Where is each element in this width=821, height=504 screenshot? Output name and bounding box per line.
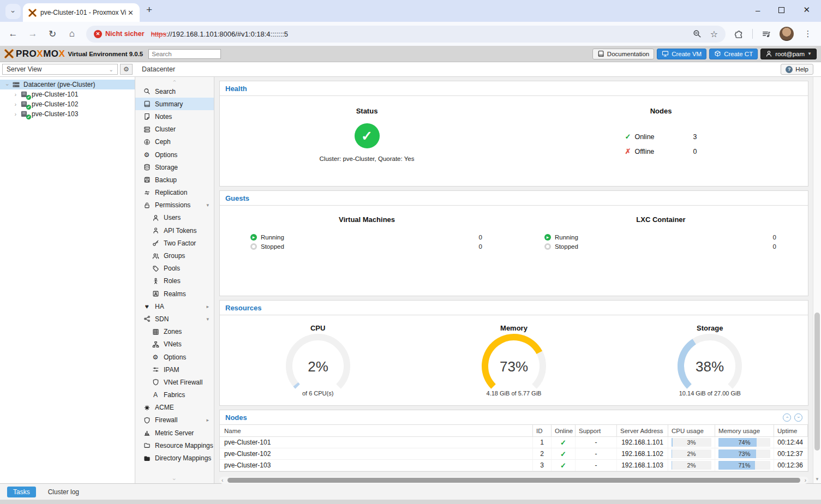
scroll-down-icon[interactable]: ▼ <box>813 477 821 482</box>
caret-collapsed-icon[interactable]: › <box>12 111 19 117</box>
nav-item-replication[interactable]: Replication <box>135 187 214 199</box>
window-maximize-button[interactable] <box>778 7 784 13</box>
tab-close-icon[interactable]: ✕ <box>126 9 135 17</box>
caret-collapsed-icon[interactable]: › <box>12 101 19 107</box>
column-header-online[interactable]: Online <box>552 425 576 436</box>
tree-item-pve-cluster-102[interactable]: ›✓pve-Cluster-102 <box>0 99 135 109</box>
vertical-scrollbar[interactable]: ▼ <box>813 77 821 483</box>
horizontal-scrollbar-thumb[interactable] <box>227 478 800 483</box>
nav-item-directory-mappings[interactable]: Directory Mappings <box>135 452 214 464</box>
nav-item-search[interactable]: Search <box>135 85 214 98</box>
nav-item-cluster[interactable]: Cluster <box>135 123 214 136</box>
nav-item-realms[interactable]: Realms <box>135 287 214 300</box>
tree-item-datacenter-pve-cluster-[interactable]: ›Datacenter (pve-Cluster) <box>0 80 135 89</box>
svg-text:38%: 38% <box>696 358 724 375</box>
nav-item-fabrics[interactable]: AFabrics <box>135 389 214 401</box>
nav-item-groups[interactable]: Groups <box>135 249 214 262</box>
media-queue-icon[interactable] <box>762 29 771 39</box>
horizontal-scrollbar[interactable]: ‹ › <box>219 477 808 484</box>
user-menu-button[interactable]: root@pam ▼ <box>760 49 817 59</box>
profile-avatar[interactable] <box>780 27 794 41</box>
scroll-right-icon[interactable]: › <box>805 477 806 484</box>
group-expanded-icon[interactable]: ▾ <box>206 316 209 322</box>
collapse-up-icon[interactable]: › <box>783 413 791 422</box>
gear-icon: ⚙ <box>151 353 160 361</box>
address-bar[interactable]: ✕ Nicht sicher https://192.168.1.101:800… <box>86 26 726 43</box>
nav-item-vnets[interactable]: VNets <box>135 338 214 351</box>
group-collapsed-icon[interactable]: ▸ <box>206 417 209 423</box>
expand-down-icon[interactable]: › <box>794 413 802 422</box>
node-uptime-cell: 00:12:36 <box>774 460 808 471</box>
gauge-arc: 2% <box>277 333 359 390</box>
tree-item-pve-cluster-101[interactable]: ›✓pve-Cluster-101 <box>0 89 135 99</box>
nav-item-api-tokens[interactable]: API Tokens <box>135 224 214 237</box>
node-row-pve-cluster-103[interactable]: pve-Cluster-1033✓-192.168.1.1032%71%00:1… <box>220 460 808 471</box>
chevron-down-icon: ▼ <box>807 51 812 56</box>
nav-scroll-down-icon[interactable]: › <box>135 476 214 483</box>
nav-item-vnet-firewall[interactable]: VNet Firewall <box>135 376 214 388</box>
column-header-server-address[interactable]: Server Address <box>617 425 668 436</box>
nav-item-sdn[interactable]: SDN▾ <box>135 313 214 325</box>
documentation-button[interactable]: Documentation <box>592 49 654 59</box>
nav-item-notes[interactable]: Notes <box>135 110 214 123</box>
pve-search-input[interactable] <box>148 49 221 59</box>
nav-item-permissions[interactable]: Permissions▾ <box>135 199 214 212</box>
nav-item-roles[interactable]: Roles <box>135 275 214 287</box>
nav-item-pools[interactable]: Pools <box>135 262 214 275</box>
forward-button[interactable]: → <box>27 28 38 39</box>
column-header-cpu-usage[interactable]: CPU usage <box>668 425 715 436</box>
nav-item-storage[interactable]: Storage <box>135 161 214 173</box>
caret-expanded-icon[interactable]: › <box>4 82 11 88</box>
nav-item-users[interactable]: Users <box>135 212 214 224</box>
zoom-out-icon[interactable] <box>693 29 702 38</box>
home-button[interactable]: ⌂ <box>67 28 77 39</box>
nav-item-options[interactable]: ⚙Options <box>135 148 214 161</box>
column-header-id[interactable]: ID <box>533 425 552 436</box>
nav-scroll-up-icon[interactable]: › <box>135 78 214 85</box>
nav-item-resource-mappings[interactable]: Resource Mappings <box>135 439 214 452</box>
group-collapsed-icon[interactable]: ▸ <box>206 304 209 309</box>
nav-item-ipam[interactable]: IPAM <box>135 363 214 376</box>
create-vm-button[interactable]: Create VM <box>657 49 706 59</box>
browser-menu-icon[interactable]: ⋮ <box>802 29 813 39</box>
nav-item-two-factor[interactable]: Two Factor <box>135 237 214 249</box>
back-button[interactable]: ← <box>8 28 19 39</box>
create-ct-button[interactable]: Create CT <box>709 49 758 59</box>
node-row-pve-cluster-101[interactable]: pve-Cluster-1011✓-192.168.1.1013%74%00:1… <box>220 437 808 448</box>
nav-item-backup[interactable]: Backup <box>135 173 214 186</box>
reload-button[interactable]: ↻ <box>47 28 58 40</box>
new-tab-button[interactable]: + <box>146 4 152 16</box>
guest-row-label: Running <box>261 234 284 241</box>
tree-settings-button[interactable]: ⚙ <box>120 64 133 75</box>
nav-item-firewall[interactable]: Firewall▸ <box>135 414 214 427</box>
nav-item-acme[interactable]: ACME <box>135 401 214 414</box>
nav-item-ha[interactable]: ♥HA▸ <box>135 300 214 313</box>
tab-search-button[interactable]: › <box>5 4 21 19</box>
view-selector[interactable]: Server View ⌄ <box>2 64 118 75</box>
window-minimize-button[interactable]: – <box>756 5 760 15</box>
tree-item-pve-cluster-103[interactable]: ›✓pve-Cluster-103 <box>0 109 135 119</box>
cluster-log-tab[interactable]: Cluster log <box>48 488 79 496</box>
node-row-pve-cluster-102[interactable]: pve-Cluster-1022✓-192.168.1.1022%73%00:1… <box>220 448 808 460</box>
caret-collapsed-icon[interactable]: › <box>12 92 19 98</box>
column-header-name[interactable]: Name <box>220 425 533 436</box>
share-icon <box>142 315 151 322</box>
nav-item-options[interactable]: ⚙Options <box>135 351 214 363</box>
browser-tab[interactable]: pve-Cluster-101 - Proxmox Virt ✕ <box>23 3 140 22</box>
vertical-scrollbar-thumb[interactable] <box>814 313 820 451</box>
column-header-uptime[interactable]: Uptime <box>774 425 808 436</box>
nav-item-ceph[interactable]: Ceph <box>135 136 214 148</box>
nav-item-metric-server[interactable]: Metric Server <box>135 427 214 439</box>
bookmark-star-icon[interactable]: ☆ <box>710 29 718 39</box>
window-close-button[interactable]: ✕ <box>803 5 810 15</box>
scroll-left-icon[interactable]: ‹ <box>221 477 223 484</box>
column-header-support[interactable]: Support <box>576 425 617 436</box>
nav-item-zones[interactable]: Zones <box>135 326 214 338</box>
help-button[interactable]: ? Help <box>781 64 813 75</box>
column-header-memory-usage[interactable]: Memory usage <box>715 425 774 436</box>
tasks-tab[interactable]: Tasks <box>7 487 36 497</box>
security-badge[interactable]: ✕ Nicht sicher <box>94 30 145 38</box>
nav-item-summary[interactable]: Summary <box>135 98 214 110</box>
extensions-icon[interactable] <box>734 29 744 39</box>
group-expanded-icon[interactable]: ▾ <box>206 202 209 208</box>
